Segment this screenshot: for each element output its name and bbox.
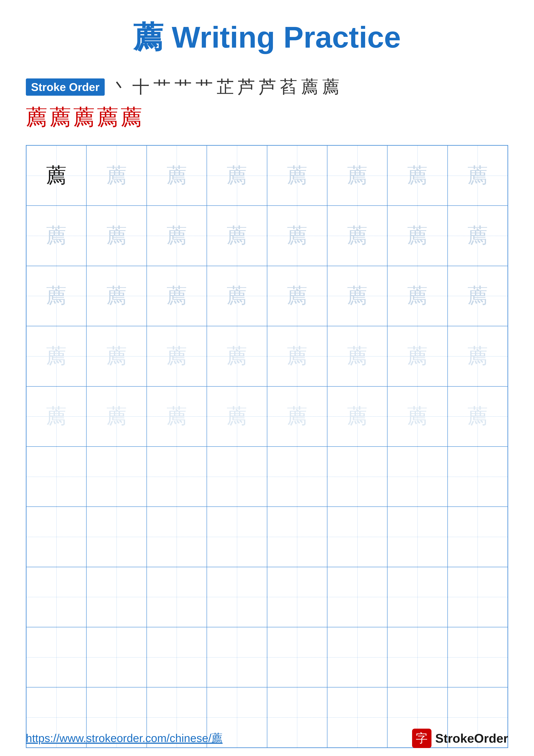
- stroke-8: 芦: [259, 75, 276, 99]
- grid-cell[interactable]: 薦: [387, 387, 447, 446]
- grid-cell[interactable]: 薦: [26, 146, 87, 205]
- grid-cell[interactable]: 薦: [327, 205, 387, 266]
- logo-text: StrokeOrder: [435, 731, 508, 745]
- grid-cell-empty[interactable]: [387, 567, 447, 627]
- grid-cell-empty[interactable]: [147, 507, 207, 567]
- grid-cell[interactable]: 薦: [387, 266, 447, 326]
- grid-cell-empty[interactable]: [207, 507, 267, 567]
- grid-cell[interactable]: 薦: [447, 205, 508, 266]
- grid-cell-empty[interactable]: [87, 507, 146, 567]
- grid-cell[interactable]: 薦: [147, 326, 207, 386]
- grid-cell[interactable]: 薦: [447, 387, 508, 446]
- logo-icon: 字: [412, 729, 431, 748]
- stroke-order-section: Stroke Order 丶 十 艹 艹 艹 芷 芦 芦 萏 薦 薦 薦 薦 薦…: [26, 75, 508, 132]
- title-chinese-char: 薦: [133, 20, 163, 54]
- grid-cell-empty[interactable]: [147, 446, 207, 507]
- grid-cell-empty[interactable]: [147, 567, 207, 627]
- grid-cell-empty[interactable]: [207, 627, 267, 687]
- stroke-5: 艹: [195, 75, 213, 99]
- stroke-11: 薦: [322, 75, 340, 99]
- grid-cell[interactable]: 薦: [207, 205, 267, 266]
- grid-cell-empty[interactable]: [147, 627, 207, 687]
- grid-cell[interactable]: 薦: [147, 266, 207, 326]
- grid-cell[interactable]: 薦: [26, 326, 87, 386]
- grid-cell[interactable]: 薦: [327, 387, 387, 446]
- grid-cell-empty[interactable]: [87, 627, 146, 687]
- grid-cell[interactable]: 薦: [147, 387, 207, 446]
- grid-cell-empty[interactable]: [26, 627, 87, 687]
- grid-cell-empty[interactable]: [267, 567, 327, 627]
- grid-cell-empty[interactable]: [327, 446, 387, 507]
- stroke-15: 薦: [97, 103, 118, 132]
- grid-cell[interactable]: 薦: [267, 266, 327, 326]
- grid-cell-empty[interactable]: [267, 627, 327, 687]
- grid-cell-empty[interactable]: [327, 627, 387, 687]
- grid-cell[interactable]: 薦: [327, 146, 387, 205]
- grid-cell[interactable]: 薦: [147, 146, 207, 205]
- grid-cell[interactable]: 薦: [327, 266, 387, 326]
- grid-cell-empty[interactable]: [87, 446, 146, 507]
- stroke-order-row1: Stroke Order 丶 十 艹 艹 艹 芷 芦 芦 萏 薦 薦: [26, 75, 508, 99]
- stroke-9: 萏: [280, 75, 297, 99]
- grid-cell[interactable]: 薦: [267, 146, 327, 205]
- grid-cell-empty[interactable]: [87, 567, 146, 627]
- grid-cell[interactable]: 薦: [87, 387, 146, 446]
- grid-cell-empty[interactable]: [447, 627, 508, 687]
- logo-char: 字: [416, 730, 428, 746]
- grid-cell-empty[interactable]: [26, 567, 87, 627]
- grid-cell[interactable]: 薦: [207, 266, 267, 326]
- grid-cell[interactable]: 薦: [87, 146, 146, 205]
- grid-cell-empty[interactable]: [387, 446, 447, 507]
- grid-cell-empty[interactable]: [267, 446, 327, 507]
- stroke-12: 薦: [26, 103, 47, 132]
- stroke-4: 艹: [174, 75, 192, 99]
- grid-cell[interactable]: 薦: [267, 205, 327, 266]
- footer: https://www.strokeorder.com/chinese/薦 字 …: [26, 729, 508, 748]
- grid-cell-empty[interactable]: [447, 507, 508, 567]
- stroke-7: 芦: [238, 75, 255, 99]
- grid-cell-empty[interactable]: [207, 567, 267, 627]
- grid-cell[interactable]: 薦: [387, 146, 447, 205]
- grid-cell-empty[interactable]: [327, 507, 387, 567]
- grid-cell[interactable]: 薦: [207, 146, 267, 205]
- grid-cell[interactable]: 薦: [387, 326, 447, 386]
- grid-cell-empty[interactable]: [267, 507, 327, 567]
- grid-cell-empty[interactable]: [26, 507, 87, 567]
- stroke-14: 薦: [73, 103, 95, 132]
- footer-url[interactable]: https://www.strokeorder.com/chinese/薦: [26, 731, 222, 746]
- grid-cell[interactable]: 薦: [447, 146, 508, 205]
- grid-cell[interactable]: 薦: [26, 266, 87, 326]
- grid-cell-empty[interactable]: [26, 446, 87, 507]
- grid-cell-empty[interactable]: [207, 446, 267, 507]
- grid-cell-empty[interactable]: [387, 627, 447, 687]
- title-text: Writing Practice: [163, 20, 401, 54]
- page: 薦 Writing Practice Stroke Order 丶 十 艹 艹 …: [0, 0, 534, 756]
- grid-cell[interactable]: 薦: [26, 387, 87, 446]
- stroke-6: 芷: [217, 75, 234, 99]
- grid-cell[interactable]: 薦: [207, 326, 267, 386]
- stroke-2: 十: [132, 75, 149, 99]
- grid-cell[interactable]: 薦: [447, 326, 508, 386]
- stroke-1: 丶: [111, 75, 128, 99]
- stroke-order-badge: Stroke Order: [26, 78, 105, 96]
- stroke-16: 薦: [121, 103, 142, 132]
- grid-cell[interactable]: 薦: [87, 205, 146, 266]
- grid-cell[interactable]: 薦: [327, 326, 387, 386]
- grid-cell[interactable]: 薦: [387, 205, 447, 266]
- grid-cell-empty[interactable]: [327, 567, 387, 627]
- grid-cell[interactable]: 薦: [267, 387, 327, 446]
- page-title: 薦 Writing Practice: [133, 17, 401, 58]
- practice-grid: 薦 薦 薦 薦 薦 薦 薦 薦 薦 薦 薦 薦 薦 薦 薦 薦 薦 薦 薦 薦 …: [26, 145, 508, 748]
- grid-cell-empty[interactable]: [447, 567, 508, 627]
- grid-cell[interactable]: 薦: [26, 205, 87, 266]
- grid-cell[interactable]: 薦: [147, 205, 207, 266]
- grid-cell[interactable]: 薦: [87, 266, 146, 326]
- grid-cell[interactable]: 薦: [447, 266, 508, 326]
- grid-cell[interactable]: 薦: [267, 326, 327, 386]
- stroke-chars-row1: 丶 十 艹 艹 艹 芷 芦 芦 萏 薦 薦: [111, 75, 343, 99]
- grid-cell[interactable]: 薦: [207, 387, 267, 446]
- grid-cell-empty[interactable]: [387, 507, 447, 567]
- grid-cell[interactable]: 薦: [87, 326, 146, 386]
- stroke-13: 薦: [50, 103, 71, 132]
- grid-cell-empty[interactable]: [447, 446, 508, 507]
